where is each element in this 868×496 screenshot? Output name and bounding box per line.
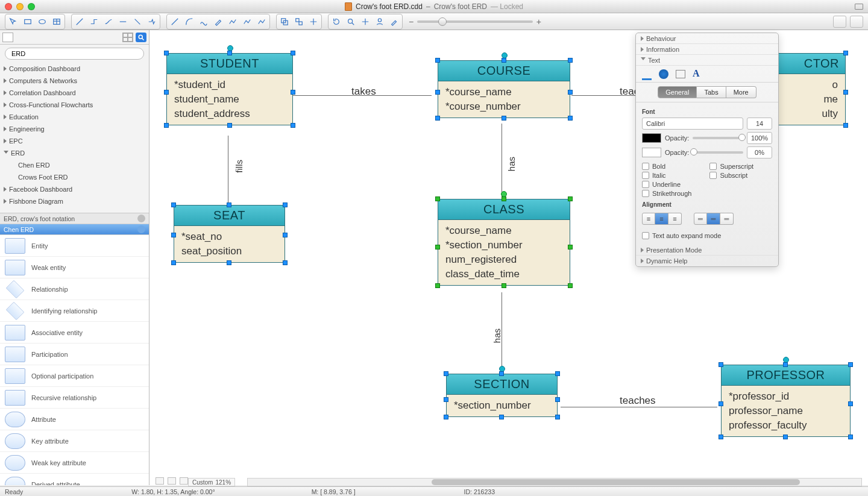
palette-item[interactable]: Derived attribute (31, 481, 80, 486)
freehand-tool-icon[interactable] (255, 16, 268, 28)
zoom-refresh-icon[interactable] (330, 16, 343, 28)
connector-tool-6-icon[interactable] (145, 16, 159, 28)
connector-tool-4-icon[interactable] (116, 16, 130, 28)
ungroup-tool-icon[interactable] (292, 16, 306, 28)
zoom-mode-label[interactable]: Custom (192, 479, 213, 486)
opacity-value-1[interactable]: 100% (747, 132, 772, 144)
opacity-slider-1[interactable] (693, 137, 743, 139)
inspector-section-presentation[interactable]: Presentation Mode (646, 246, 702, 254)
entity-instructor[interactable]: CTOR o me ulty (773, 53, 846, 125)
bold-checkbox[interactable]: Bold (642, 163, 691, 170)
palette-item[interactable]: Associative entity (31, 329, 83, 336)
connector-tool-5-icon[interactable] (131, 16, 144, 28)
text-color-swatch[interactable] (642, 133, 661, 143)
zoom-tool-icon[interactable] (344, 16, 357, 28)
page-nav-first-icon[interactable] (156, 477, 164, 485)
strikethrough-checkbox[interactable]: Strikethrough (642, 190, 691, 197)
entity-section[interactable]: SECTION *section_number (446, 374, 558, 417)
pen-tool-icon[interactable] (212, 16, 225, 28)
palette-item[interactable]: Optional participation (31, 372, 93, 380)
library-tree[interactable]: Composition Dashboard Computers & Networ… (0, 63, 149, 213)
page-nav-next-icon[interactable] (180, 477, 188, 485)
horizontal-scrollbar[interactable] (247, 478, 862, 486)
palette-item[interactable]: Weak entity (31, 264, 66, 271)
inspector-section-information[interactable]: Information (646, 46, 679, 53)
palette-item[interactable]: Relationship (31, 286, 68, 293)
tree-item[interactable]: Fishbone Diagram (9, 198, 63, 205)
text-box-icon[interactable] (676, 70, 685, 78)
close-library-icon[interactable] (137, 225, 145, 233)
inspector-section-help[interactable]: Dynamic Help (646, 257, 687, 265)
panel-toggle-1-icon[interactable] (833, 16, 846, 28)
valign-bottom-button[interactable]: ═ (720, 213, 734, 225)
libraries-tree-icon[interactable] (2, 33, 13, 42)
palette-item[interactable]: Recursive relationship (31, 394, 96, 401)
align-left-button[interactable]: ≡ (642, 213, 655, 225)
table-tool-icon[interactable] (50, 16, 63, 28)
palette-item[interactable]: Entity (31, 242, 48, 250)
inspector-tab-general[interactable]: General (658, 86, 697, 98)
pin-icon[interactable] (77, 215, 85, 222)
user-tool-icon[interactable] (373, 16, 386, 28)
curve-tool-icon[interactable] (197, 16, 210, 28)
connector-tool-1-icon[interactable] (73, 16, 86, 28)
palette-item[interactable]: Weak key attribute (31, 459, 86, 466)
align-right-button[interactable]: ≡ (668, 213, 682, 225)
tree-item[interactable]: EPC (9, 137, 23, 145)
pan-tool-icon[interactable] (359, 16, 372, 28)
arc-tool-icon[interactable] (183, 16, 196, 28)
zoom-in-icon[interactable]: + (536, 17, 541, 27)
text-underline-icon[interactable] (642, 68, 652, 80)
zoom-out-icon[interactable]: − (409, 17, 414, 27)
opacity-value-2[interactable]: 0% (747, 146, 772, 159)
ellipse-tool-icon[interactable] (36, 16, 49, 28)
eyedropper-tool-icon[interactable] (388, 16, 401, 28)
tree-item-crows-foot[interactable]: Crows Foot ERD (18, 174, 68, 181)
bezier-tool-icon[interactable] (241, 16, 254, 28)
inspector-tab-tabs[interactable]: Tabs (697, 86, 726, 98)
tree-item[interactable]: Composition Dashboard (9, 65, 80, 72)
inspector-panel[interactable]: Behaviour Information Text A General Tab… (635, 33, 779, 267)
tree-item[interactable]: Correlation Dashboard (9, 89, 76, 96)
library-header-chen[interactable]: Chen ERD (0, 224, 149, 235)
entity-course[interactable]: COURSE *course_name *course_number (438, 60, 570, 118)
library-search-icon[interactable] (136, 33, 146, 42)
palette-item[interactable]: Identifying relationship (31, 307, 97, 315)
palette-item[interactable]: Attribute (31, 416, 56, 423)
entity-class[interactable]: CLASS *course_name *section_number num_r… (438, 199, 570, 286)
underline-checkbox[interactable]: Underline (642, 181, 691, 188)
tree-item[interactable]: Cross-Functional Flowcharts (9, 101, 93, 108)
page-nav-prev-icon[interactable] (168, 477, 176, 485)
inspector-section-text[interactable]: Text (648, 57, 660, 64)
inspector-section-behaviour[interactable]: Behaviour (646, 35, 676, 42)
zoom-slider[interactable]: − + (409, 17, 541, 27)
tree-item[interactable]: Education (9, 113, 39, 121)
line-tool-icon[interactable] (168, 16, 181, 28)
bg-color-swatch[interactable] (642, 148, 661, 157)
panel-toggle-2-icon[interactable] (850, 16, 863, 28)
pointer-tool-icon[interactable] (7, 16, 20, 28)
font-family-select[interactable]: Calibri (642, 118, 743, 130)
italic-checkbox[interactable]: Italic (642, 172, 691, 179)
tree-item-chen-erd[interactable]: Chen ERD (18, 162, 50, 169)
font-size-select[interactable]: 14 (747, 118, 772, 130)
group-tool-icon[interactable] (278, 16, 291, 28)
tree-item[interactable]: Facebook Dashboard (9, 186, 72, 193)
auto-expand-checkbox[interactable]: Text auto expand mode (642, 232, 772, 239)
close-library-icon[interactable] (137, 215, 145, 222)
entity-seat[interactable]: SEAT *seat_no seat_position (174, 205, 285, 263)
font-icon[interactable]: A (693, 68, 705, 80)
palette-item[interactable]: Key attribute (31, 438, 69, 445)
subscript-checkbox[interactable]: Subscript (709, 172, 753, 179)
zoom-value[interactable]: 121% (215, 479, 231, 486)
valign-top-button[interactable]: ═ (694, 213, 707, 225)
palette-item[interactable]: Participation (31, 351, 68, 358)
tree-item[interactable]: Engineering (9, 125, 45, 133)
polyline-tool-icon[interactable] (226, 16, 239, 28)
fullscreen-icon[interactable] (855, 4, 863, 10)
opacity-slider-2[interactable] (693, 151, 743, 154)
library-search-input[interactable] (5, 48, 144, 60)
grid-view-icon[interactable] (122, 33, 133, 42)
shape-palette[interactable]: Entity Weak entity Relationship Identify… (0, 235, 149, 485)
inspector-tab-more[interactable]: More (726, 86, 756, 98)
